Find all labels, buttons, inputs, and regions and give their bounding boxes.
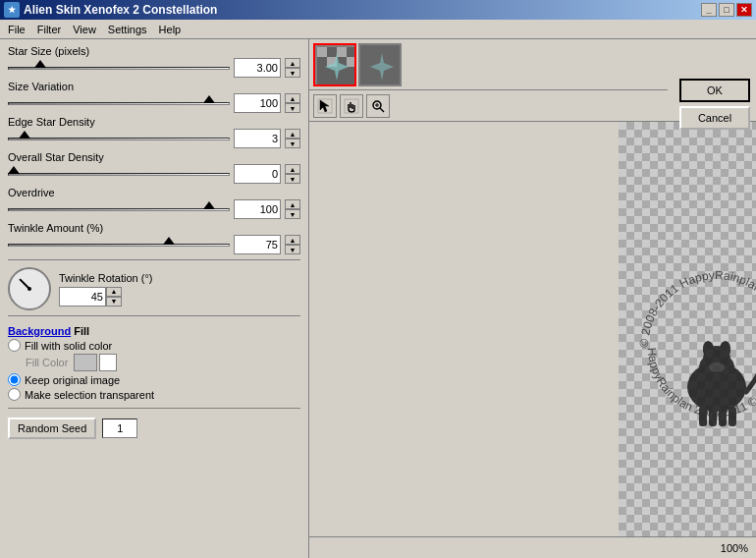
overdrive-param: Overdrive ▲ ▼ [8,187,300,219]
overdrive-slider[interactable] [8,201,230,217]
ok-cancel-buttons: OK Cancel [679,79,750,130]
twinkle-amount-down[interactable]: ▼ [285,245,300,254]
make-transparent-radio[interactable] [8,388,21,401]
twinkle-amount-spinner: ▲ ▼ [285,235,300,254]
twinkle-rotation-down[interactable]: ▼ [106,297,122,307]
menu-view[interactable]: View [67,22,102,37]
twinkle-rotation-up[interactable]: ▲ [106,287,122,297]
star-size-down[interactable]: ▼ [285,68,300,78]
overall-star-density-slider[interactable] [8,166,230,182]
fill-solid-label: Fill with solid color [25,340,112,352]
background-section: Background Fill Fill with solid color Fi… [8,321,300,403]
star-size-label: Star Size (pixels) [8,45,300,57]
window-title: Alien Skin Xenofex 2 Constellation [24,3,217,17]
edge-star-density-label: Edge Star Density [8,116,300,128]
divider-3 [8,408,300,409]
star-size-spinner: ▲ ▼ [285,58,300,78]
background-fill-label: Fill [74,325,89,337]
twinkle-amount-up[interactable]: ▲ [285,235,300,245]
thumbnail-active[interactable] [313,43,356,86]
edge-star-density-down[interactable]: ▼ [285,139,300,148]
twinkle-rotation-input[interactable] [59,287,106,307]
zoom-tool[interactable] [366,94,390,118]
zoom-level: 100% [721,542,748,554]
color-swatch-group[interactable] [74,354,117,371]
edge-star-density-spinner: ▲ ▼ [285,129,300,148]
divider-1 [8,259,300,260]
menu-file[interactable]: File [2,22,31,37]
window-controls: _ □ ✕ [701,3,752,17]
size-variation-slider[interactable] [8,95,230,111]
ok-button[interactable]: OK [679,79,750,102]
make-transparent-row: Make selection transparent [8,388,300,401]
size-variation-down[interactable]: ▼ [285,103,300,113]
foreground-swatch[interactable] [74,354,97,371]
keep-original-radio[interactable] [8,373,21,386]
divider-2 [8,315,300,316]
size-variation-spinner: ▲ ▼ [285,93,300,113]
twinkle-amount-slider[interactable] [8,237,230,252]
svg-rect-8 [345,99,358,113]
hand-tool[interactable] [340,94,363,118]
edge-star-density-up[interactable]: ▲ [285,129,300,139]
twinkle-amount-input[interactable] [234,235,281,254]
overdrive-label: Overdrive [8,187,300,198]
thumbnail-2[interactable] [358,43,402,86]
random-seed-button[interactable]: Random Seed [8,418,96,439]
app-icon: ★ [4,2,20,18]
menu-settings[interactable]: Settings [102,22,153,37]
star-size-input[interactable] [234,58,281,78]
svg-rect-2 [317,47,327,57]
size-variation-up[interactable]: ▲ [285,93,300,103]
star-size-up[interactable]: ▲ [285,58,300,68]
overall-star-density-label: Overall Star Density [8,151,300,163]
twinkle-rotation-dial[interactable] [8,267,51,310]
size-variation-input[interactable] [234,93,281,113]
close-button[interactable]: ✕ [736,3,752,17]
overdrive-up[interactable]: ▲ [285,199,300,209]
checker-bg [619,122,756,536]
overall-star-density-up[interactable]: ▲ [285,164,300,174]
make-transparent-label: Make selection transparent [25,389,154,401]
edge-star-density-param: Edge Star Density ▲ ▼ [8,116,300,148]
overdrive-down[interactable]: ▼ [285,209,300,219]
fill-color-label: Fill Color [26,357,68,368]
edge-star-density-slider[interactable] [8,131,230,146]
twinkle-rotation-spinner: ▲ ▼ [106,287,122,307]
twinkle-amount-param: Twinkle Amount (%) ▲ ▼ [8,222,300,254]
thumbnail-strip [309,39,668,90]
overall-star-density-spinner: ▲ ▼ [285,164,300,184]
svg-line-10 [380,108,384,112]
fill-solid-radio[interactable] [8,339,21,352]
menu-help[interactable]: Help [153,22,188,37]
seed-input[interactable] [102,418,137,438]
cancel-button[interactable]: Cancel [679,106,750,130]
edge-star-density-input[interactable] [234,129,281,148]
background-link[interactable]: Background [8,325,71,337]
background-header: Background Fill [8,325,300,337]
fill-color-row: Fill Color [26,354,300,371]
svg-rect-5 [347,57,356,67]
overall-star-density-param: Overall Star Density ▲ ▼ [8,151,300,184]
main-window: Star Size (pixels) ▲ ▼ Size Variation [0,39,756,558]
overall-star-density-input[interactable] [234,164,281,184]
title-bar: ★ Alien Skin Xenofex 2 Constellation _ □… [0,0,756,20]
overdrive-input[interactable] [234,199,281,219]
star-size-slider[interactable] [8,60,230,76]
menu-filter[interactable]: Filter [31,22,67,37]
minimize-button[interactable]: _ [701,3,717,17]
maximize-button[interactable]: □ [719,3,734,17]
star-size-param: Star Size (pixels) ▲ ▼ [8,45,300,78]
background-swatch[interactable] [99,354,117,371]
size-variation-label: Size Variation [8,81,300,92]
fill-solid-color-row: Fill with solid color [8,339,300,352]
overall-star-density-down[interactable]: ▼ [285,174,300,184]
preview-area: © 2008-2011 HappyRainplan HappyRainplan … [619,122,756,536]
svg-rect-3 [337,47,347,57]
dial-hand [19,278,29,289]
pointer-tool[interactable] [313,94,337,118]
menu-bar: File Filter View Settings Help [0,20,756,39]
keep-original-label: Keep original image [25,374,120,386]
twinkle-amount-label: Twinkle Amount (%) [8,222,300,234]
right-panel: OK Cancel [309,39,756,558]
